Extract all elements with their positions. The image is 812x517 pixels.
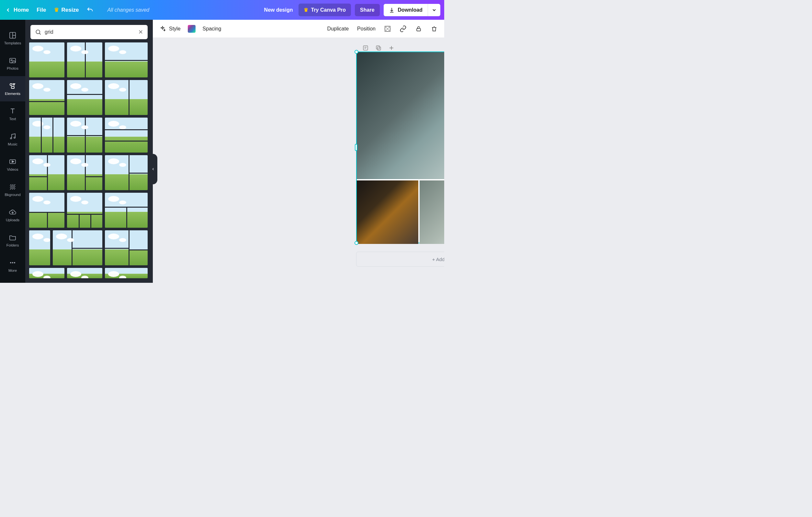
top-right-group: New design ♛ Try Canva Pro Share Downloa… (262, 4, 440, 16)
copy-page-icon[interactable] (374, 44, 383, 52)
crown-icon: ♛ (54, 6, 59, 13)
file-menu[interactable]: File (36, 7, 46, 13)
cloud-upload-icon (9, 208, 17, 216)
new-design-label: New design (264, 7, 293, 12)
rail-label: Text (9, 117, 16, 121)
grid-thumb[interactable] (29, 193, 64, 228)
new-design-button[interactable]: New design (262, 4, 295, 16)
text-icon (9, 107, 17, 115)
rail-label: Music (8, 142, 18, 146)
svg-point-8 (14, 137, 15, 138)
templates-icon (9, 31, 17, 39)
link-icon[interactable] (400, 25, 407, 32)
lock-icon[interactable] (415, 25, 422, 32)
transparency-icon[interactable] (384, 25, 391, 32)
sparkle-icon (159, 26, 166, 32)
share-label: Share (360, 7, 374, 12)
try-pro-label: Try Canva Pro (311, 7, 346, 13)
style-button[interactable]: Style (159, 26, 181, 32)
grid-thumb[interactable] (67, 80, 102, 115)
svg-marker-10 (12, 161, 14, 163)
grid-thumb[interactable] (105, 117, 148, 153)
music-icon (9, 133, 17, 140)
grid-thumb[interactable] (29, 268, 64, 278)
grid-thumb[interactable] (67, 268, 102, 278)
grid-cell[interactable] (357, 181, 418, 244)
grid-thumb[interactable] (67, 117, 102, 153)
svg-line-15 (39, 33, 41, 35)
grid-thumb[interactable] (105, 43, 148, 77)
svg-rect-23 (363, 46, 368, 50)
duplicate-button[interactable]: Duplicate (327, 26, 349, 32)
rail-background[interactable]: Bkground (0, 177, 25, 202)
rail-label: Uploads (6, 218, 20, 222)
grid-thumb[interactable] (67, 43, 102, 77)
spacing-button[interactable]: Spacing (203, 26, 222, 32)
rail-elements[interactable]: Elements (0, 76, 25, 101)
top-left-group: Home File ♛ Resize All changes saved (5, 6, 149, 13)
save-status: All changes saved (107, 7, 149, 13)
add-page-button[interactable]: + Add a new page (356, 252, 444, 267)
rail-music[interactable]: Music (0, 127, 25, 152)
download-caret[interactable] (428, 4, 440, 16)
grid-thumb[interactable] (105, 155, 148, 190)
color-swatch[interactable] (188, 25, 196, 33)
clear-search-button[interactable]: ✕ (137, 27, 144, 37)
svg-rect-18 (388, 26, 390, 28)
search-input[interactable] (45, 29, 134, 35)
home-button[interactable]: Home (5, 7, 29, 13)
grid-thumb[interactable] (105, 268, 148, 278)
resize-handle[interactable] (354, 50, 358, 54)
grid-thumb[interactable] (105, 230, 148, 265)
resize-label: Resize (61, 7, 79, 13)
grid-thumb[interactable] (29, 80, 64, 115)
rail-templates[interactable]: Templates (0, 26, 25, 51)
grid-thumb[interactable] (67, 155, 102, 190)
resize-button[interactable]: ♛ Resize (54, 6, 79, 13)
grid-thumb[interactable] (29, 155, 64, 190)
resize-handle[interactable] (355, 144, 357, 151)
grid-thumb[interactable] (53, 230, 102, 265)
download-group: Download (384, 4, 440, 16)
search-icon (35, 29, 41, 35)
add-page-icon[interactable] (387, 44, 396, 52)
photo-icon (9, 57, 17, 64)
left-nav-rail: Templates Photos Elements Text Music Vid… (0, 20, 25, 283)
rail-text[interactable]: Text (0, 101, 25, 127)
rail-more[interactable]: More (0, 253, 25, 278)
undo-button[interactable] (86, 6, 93, 13)
grid-thumb[interactable] (29, 230, 50, 265)
grid-thumb[interactable] (105, 193, 148, 228)
video-icon (9, 158, 17, 166)
grid-thumb[interactable] (67, 193, 102, 228)
svg-rect-20 (385, 29, 387, 31)
rail-label: Videos (7, 167, 19, 171)
search-field: ✕ (30, 25, 148, 39)
grid-thumb[interactable] (105, 80, 148, 115)
rail-uploads[interactable]: Uploads (0, 202, 25, 228)
position-button[interactable]: Position (357, 26, 376, 32)
rail-label: Templates (4, 41, 21, 45)
grid-cell[interactable] (419, 181, 444, 244)
notes-icon[interactable] (361, 44, 370, 52)
grid-thumb[interactable] (29, 43, 64, 77)
svg-rect-22 (417, 28, 420, 31)
trash-icon[interactable] (431, 25, 438, 32)
share-button[interactable]: Share (355, 4, 379, 16)
more-icon (9, 259, 17, 267)
grid-bottom-row (357, 181, 444, 244)
rail-folders[interactable]: Folders (0, 228, 25, 253)
svg-rect-26 (378, 47, 381, 50)
download-button[interactable]: Download (384, 4, 428, 16)
selected-grid-element[interactable] (356, 52, 444, 243)
canvas-stage[interactable]: + Add a new page (153, 38, 444, 283)
resize-handle[interactable] (354, 241, 358, 245)
try-pro-button[interactable]: ♛ Try Canva Pro (298, 4, 351, 16)
rail-photos[interactable]: Photos (0, 51, 25, 76)
grid-cell[interactable] (357, 52, 444, 179)
shapes-icon (9, 82, 17, 90)
page-tools (361, 44, 396, 52)
rail-videos[interactable]: Videos (0, 152, 25, 177)
svg-rect-19 (386, 28, 388, 30)
grid-thumb[interactable] (29, 117, 64, 153)
